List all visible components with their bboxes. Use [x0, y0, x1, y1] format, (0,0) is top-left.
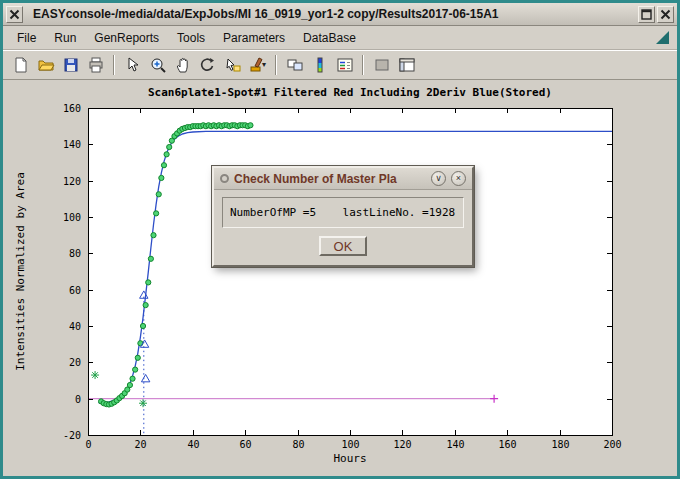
menu-database[interactable]: DataBase: [295, 28, 364, 48]
svg-text:20: 20: [69, 357, 81, 368]
svg-text:0: 0: [75, 394, 81, 405]
titlebar[interactable]: EASYconsole-/media/data/ExpJobs/MI 16_09…: [3, 3, 677, 26]
svg-text:100: 100: [341, 439, 359, 450]
figure-area: 020406080100120140160180200-200204060801…: [3, 80, 677, 476]
save-icon: [62, 56, 80, 74]
svg-text:Scan6plate1-Spot#1 Filtered Re: Scan6plate1-Spot#1 Filtered Red Includin…: [148, 86, 552, 99]
new-document-button[interactable]: [8, 53, 33, 77]
svg-text:Hours: Hours: [333, 452, 366, 465]
brush-dropdown-icon[interactable]: ▾: [262, 60, 266, 69]
svg-text:20: 20: [134, 439, 146, 450]
close-icon: [660, 9, 671, 20]
zoom-in-button[interactable]: [145, 53, 170, 77]
window-menu-button[interactable]: [6, 6, 23, 23]
x-app-icon: [9, 9, 20, 20]
dialog-message: NumberOfMP =5 lastLineNo. =1928: [222, 197, 464, 228]
svg-text:60: 60: [239, 439, 251, 450]
print-button[interactable]: [83, 53, 108, 77]
open-folder-button[interactable]: [33, 53, 58, 77]
svg-text:140: 140: [63, 139, 81, 150]
maximize-button[interactable]: [638, 6, 655, 23]
show-plot-tools-icon: [398, 56, 416, 74]
toolbar-separator: [275, 55, 277, 75]
chevron-down-icon: ∨: [435, 174, 442, 183]
rotate-3d-icon: [199, 56, 217, 74]
svg-text:40: 40: [69, 321, 81, 332]
svg-text:80: 80: [69, 248, 81, 259]
pan-button[interactable]: [170, 53, 195, 77]
ok-button[interactable]: OK: [319, 236, 367, 256]
new-document-icon: [12, 56, 30, 74]
brush-button[interactable]: ▾: [245, 53, 270, 77]
svg-text:-20: -20: [63, 430, 81, 441]
hide-plot-tools-button[interactable]: [369, 53, 394, 77]
insert-colorbar-button[interactable]: [307, 53, 332, 77]
insert-colorbar-icon: [311, 56, 329, 74]
svg-text:120: 120: [393, 439, 411, 450]
growth-curve-chart[interactable]: 020406080100120140160180200-200204060801…: [3, 80, 677, 476]
menu-run[interactable]: Run: [46, 28, 84, 48]
pan-hand-icon: [174, 56, 192, 74]
dialog-minimize-button[interactable]: ∨: [431, 171, 446, 186]
menubar: File Run GenReports Tools Parameters Dat…: [3, 26, 677, 50]
svg-text:120: 120: [63, 176, 81, 187]
link-plot-icon: [286, 56, 304, 74]
svg-text:140: 140: [446, 439, 464, 450]
edit-plot-arrow-icon: [124, 56, 142, 74]
dialog-titlebar[interactable]: Check Number of Master Pla ∨ ×: [214, 168, 472, 190]
svg-text:200: 200: [603, 439, 621, 450]
print-icon: [87, 56, 105, 74]
hide-plot-tools-icon: [373, 56, 391, 74]
rotate-3d-button[interactable]: [195, 53, 220, 77]
data-cursor-icon: [224, 56, 242, 74]
close-button[interactable]: [657, 6, 674, 23]
dialog-check-number-of-master-plates: Check Number of Master Pla ∨ × NumberOfM…: [212, 166, 474, 267]
zoom-in-icon: [149, 56, 167, 74]
svg-text:180: 180: [551, 439, 569, 450]
window-title: EASYconsole-/media/data/ExpJobs/MI 16_09…: [33, 7, 636, 21]
svg-text:40: 40: [187, 439, 199, 450]
menu-genreports[interactable]: GenReports: [86, 28, 167, 48]
svg-text:Intensities Normalized by Area: Intensities Normalized by Area: [14, 172, 27, 371]
close-icon: ×: [456, 174, 461, 183]
toolbar: ▾: [3, 50, 677, 80]
data-cursor-button[interactable]: [220, 53, 245, 77]
app-window: EASYconsole-/media/data/ExpJobs/MI 16_09…: [0, 0, 680, 479]
menu-grip-icon: [656, 31, 669, 44]
menu-parameters[interactable]: Parameters: [215, 28, 293, 48]
show-plot-tools-button[interactable]: [394, 53, 419, 77]
svg-text:100: 100: [63, 212, 81, 223]
toolbar-separator: [362, 55, 364, 75]
menu-file[interactable]: File: [9, 28, 44, 48]
svg-text:80: 80: [292, 439, 304, 450]
dialog-body: NumberOfMP =5 lastLineNo. =1928 OK: [214, 190, 472, 265]
maximize-icon: [641, 9, 652, 20]
link-plot-button[interactable]: [282, 53, 307, 77]
insert-legend-icon: [336, 56, 354, 74]
svg-text:160: 160: [63, 103, 81, 114]
svg-text:60: 60: [69, 285, 81, 296]
toolbar-separator: [113, 55, 115, 75]
svg-text:160: 160: [498, 439, 516, 450]
insert-legend-button[interactable]: [332, 53, 357, 77]
save-button[interactable]: [58, 53, 83, 77]
open-folder-icon: [37, 56, 55, 74]
edit-plot-button[interactable]: [120, 53, 145, 77]
dialog-close-button[interactable]: ×: [451, 171, 466, 186]
menu-tools[interactable]: Tools: [169, 28, 213, 48]
dialog-app-icon: [220, 174, 229, 183]
dialog-title: Check Number of Master Pla: [234, 172, 426, 186]
svg-text:0: 0: [85, 439, 91, 450]
